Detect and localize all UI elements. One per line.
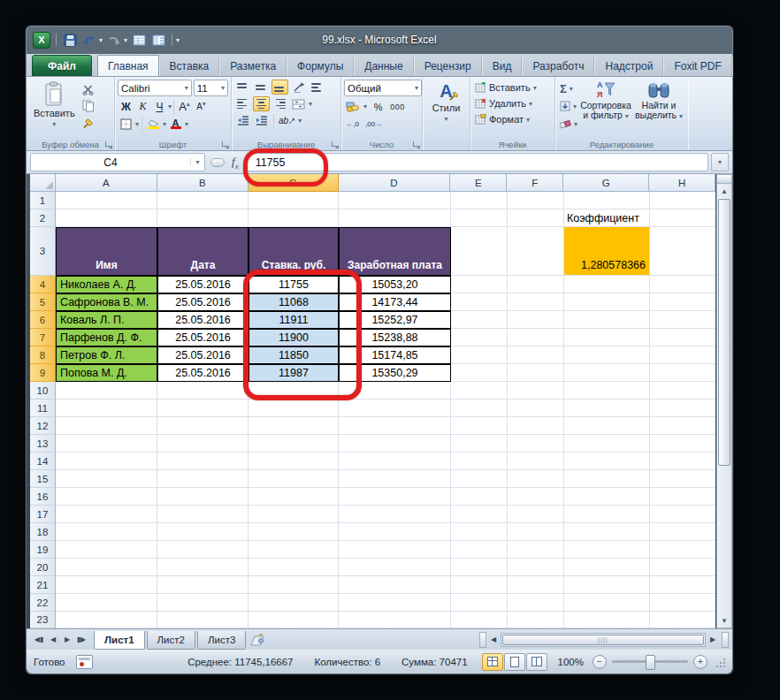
- cell-E2[interactable]: [451, 209, 508, 227]
- normal-view-button[interactable]: [482, 653, 503, 671]
- cell-F7[interactable]: [508, 329, 564, 346]
- ribbon-tab-0[interactable]: Главная: [97, 55, 159, 76]
- cell-A17[interactable]: [56, 506, 157, 523]
- row-header-14[interactable]: 14: [30, 453, 56, 470]
- ribbon-tab-2[interactable]: Разметка: [219, 57, 287, 76]
- cell-A14[interactable]: [56, 453, 157, 470]
- cell-A9[interactable]: Попова М. Д.: [56, 364, 157, 382]
- next-sheet-icon[interactable]: ▶: [60, 633, 74, 647]
- cell-A13[interactable]: [56, 435, 157, 453]
- orientation-dropdown-icon[interactable]: ▾: [298, 117, 302, 125]
- merge-center-icon[interactable]: [290, 96, 307, 111]
- cell-A20[interactable]: [56, 559, 157, 576]
- cell-A3[interactable]: Имя: [56, 227, 157, 276]
- cell-G11[interactable]: [564, 399, 650, 417]
- cell-H13[interactable]: [650, 435, 715, 453]
- horizontal-split-handle[interactable]: [479, 632, 486, 648]
- merge-dropdown-icon[interactable]: ▾: [309, 100, 312, 108]
- cell-C7[interactable]: 11900: [249, 329, 339, 346]
- cell-E6[interactable]: [451, 311, 508, 329]
- format-painter-icon[interactable]: [80, 115, 97, 131]
- column-header-G[interactable]: G: [563, 174, 649, 192]
- cell-H5[interactable]: [650, 293, 715, 311]
- scroll-down-icon[interactable]: ▼: [717, 613, 731, 628]
- cell-F2[interactable]: [508, 209, 564, 227]
- cell-D18[interactable]: [339, 523, 451, 541]
- cut-icon[interactable]: [80, 81, 97, 97]
- decrease-decimal-icon[interactable]: ,00→: [364, 117, 383, 132]
- number-format-select[interactable]: Общий▾: [344, 80, 422, 96]
- wrap-text-icon[interactable]: [309, 80, 325, 95]
- cell-E3[interactable]: [451, 227, 508, 276]
- cell-styles-button[interactable]: А Стили ▾: [425, 80, 467, 125]
- sheet-tab-0[interactable]: Лист1: [94, 631, 145, 650]
- cell-H3[interactable]: [650, 227, 715, 276]
- decrease-indent-icon[interactable]: [234, 113, 251, 128]
- cell-H7[interactable]: [650, 329, 715, 346]
- borders-icon[interactable]: [118, 117, 134, 132]
- cell-D22[interactable]: [339, 594, 451, 612]
- cell-E12[interactable]: [451, 417, 508, 435]
- percent-button[interactable]: %: [370, 99, 386, 114]
- cell-C2[interactable]: [249, 209, 339, 227]
- cell-F20[interactable]: [508, 559, 564, 576]
- cell-F9[interactable]: [508, 364, 564, 382]
- row-header-9[interactable]: 9: [30, 364, 56, 382]
- customize-qat-icon[interactable]: ▾: [176, 36, 180, 44]
- cell-H1[interactable]: [650, 192, 715, 209]
- resize-grip[interactable]: [715, 657, 725, 667]
- cell-C9[interactable]: 11987: [249, 364, 339, 382]
- clear-button[interactable]: ▾: [558, 116, 579, 132]
- cell-D20[interactable]: [339, 559, 451, 576]
- cell-D4[interactable]: 15053,20: [339, 276, 451, 293]
- row-header-17[interactable]: 17: [30, 506, 56, 523]
- redo-icon[interactable]: [106, 32, 122, 48]
- tab-file[interactable]: Файл: [32, 55, 92, 76]
- cell-D11[interactable]: [339, 399, 451, 417]
- cell-C19[interactable]: [249, 541, 339, 559]
- save-icon[interactable]: [62, 32, 78, 48]
- cell-A4[interactable]: Николаев А. Д.: [56, 276, 157, 293]
- cell-H21[interactable]: [650, 576, 715, 594]
- autosum-button[interactable]: Σ▾: [558, 80, 579, 96]
- cell-E16[interactable]: [451, 488, 508, 506]
- row-header-20[interactable]: 20: [30, 559, 56, 576]
- row-header-21[interactable]: 21: [30, 576, 56, 594]
- cell-H14[interactable]: [650, 453, 715, 470]
- cell-G12[interactable]: [564, 417, 650, 435]
- cell-D7[interactable]: 15238,88: [339, 329, 451, 346]
- cell-C11[interactable]: [249, 399, 339, 417]
- first-sheet-icon[interactable]: ◀▮: [32, 633, 46, 647]
- cell-H15[interactable]: [650, 470, 715, 488]
- cell-B17[interactable]: [157, 506, 249, 523]
- cell-G4[interactable]: [564, 276, 650, 293]
- cell-B7[interactable]: 25.05.2016: [157, 329, 249, 346]
- name-box[interactable]: C4 ▾: [30, 153, 205, 171]
- prev-sheet-icon[interactable]: ◀: [46, 633, 60, 647]
- orientation-icon[interactable]: [290, 80, 307, 95]
- cell-D19[interactable]: [339, 541, 451, 559]
- cell-G18[interactable]: [564, 523, 650, 541]
- cell-A8[interactable]: Петров Ф. Л.: [56, 346, 157, 364]
- cell-H2[interactable]: [650, 209, 715, 227]
- zoom-slider-thumb[interactable]: [646, 655, 655, 670]
- underline-dropdown-icon[interactable]: ▾: [168, 103, 172, 110]
- cell-B3[interactable]: Дата: [157, 227, 249, 276]
- cell-E19[interactable]: [451, 541, 508, 559]
- cell-G10[interactable]: [564, 382, 650, 399]
- cell-G22[interactable]: [564, 594, 650, 612]
- row-header-11[interactable]: 11: [30, 399, 56, 417]
- cell-C5[interactable]: 11068: [249, 293, 339, 311]
- scroll-left-icon[interactable]: ◀: [486, 633, 501, 647]
- cell-D17[interactable]: [339, 506, 451, 523]
- cell-A10[interactable]: [56, 382, 157, 399]
- cell-C12[interactable]: [249, 417, 339, 435]
- cell-A16[interactable]: [56, 488, 157, 506]
- cell-E20[interactable]: [451, 559, 508, 576]
- sheet-tab-2[interactable]: Лист3: [197, 631, 246, 650]
- cell-H6[interactable]: [650, 311, 715, 329]
- cell-C17[interactable]: [249, 506, 339, 523]
- cell-G20[interactable]: [564, 559, 650, 576]
- zoom-slider-track[interactable]: [612, 660, 688, 663]
- cell-H19[interactable]: [650, 541, 715, 559]
